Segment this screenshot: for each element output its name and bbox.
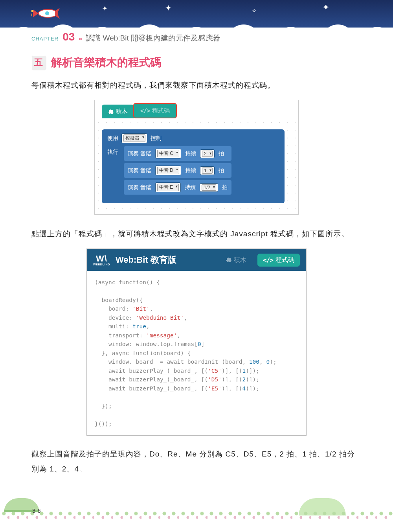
- code-editor-screenshot: W\ WEBDUINO Web:Bit 教育版 積木 </> 程式碼 (asyn…: [86, 249, 307, 436]
- code-listing: (async function() { boardReady({ board: …: [87, 271, 306, 435]
- puzzle-icon: [226, 257, 231, 263]
- code-editor-header: W\ WEBDUINO Web:Bit 教育版 積木 </> 程式碼: [87, 249, 306, 271]
- duration-label: 持續: [185, 150, 196, 157]
- chapter-title: 認識 Web:Bit 開發板內建的元件及感應器: [86, 33, 220, 43]
- duration-label: 持續: [185, 167, 196, 174]
- code-icon: </>: [263, 256, 273, 264]
- play-note-block[interactable]: 演奏 音階 中音 E 持續 1/2 拍: [124, 180, 231, 195]
- tab-code[interactable]: </> 程式碼: [257, 254, 300, 267]
- tab-code-label: 程式碼: [275, 256, 294, 264]
- tab-blocks-label: 積木: [116, 108, 128, 115]
- label-run: 執行: [107, 146, 118, 156]
- play-label: 演奏 音階: [128, 150, 151, 157]
- svg-point-3: [31, 13, 32, 17]
- play-label: 演奏 音階: [128, 184, 151, 191]
- app-title: Web:Bit 教育版: [116, 254, 176, 266]
- paragraph: 觀察上圖音階及拍子的呈現內容，Do、Re、Me 分別為 C5、D5、E5，2 拍…: [31, 447, 362, 477]
- beat-dropdown[interactable]: 1: [202, 168, 213, 174]
- puzzle-icon: [108, 109, 114, 114]
- paragraph: 點選上方的「程式碼」，就可將積木程式改為文字模式的 Javascript 程式碼…: [31, 226, 362, 241]
- beat-dropdown[interactable]: 1/2: [202, 184, 216, 191]
- beat-label: 拍: [219, 167, 224, 174]
- tab-blocks[interactable]: 積木: [220, 254, 252, 267]
- note-dropdown[interactable]: 中音 D: [157, 167, 179, 174]
- play-note-block[interactable]: 演奏 音階 中音 C 持續 2 拍: [124, 146, 231, 161]
- code-icon: </>: [140, 107, 150, 114]
- svg-point-1: [45, 11, 49, 15]
- device-dropdown[interactable]: 模擬器: [123, 134, 145, 142]
- section-title: 解析音樂積木的程式碼: [51, 55, 161, 70]
- note-dropdown[interactable]: 中音 E: [157, 184, 179, 191]
- beat-label: 拍: [219, 150, 224, 157]
- beat-dropdown[interactable]: 2: [202, 151, 213, 157]
- paragraph: 每個積木程式都有相對的程式碼，我們來觀察下面積木程式的程式碼。: [31, 78, 362, 93]
- tab-blocks[interactable]: 積木: [102, 105, 134, 118]
- play-label: 演奏 音階: [128, 167, 151, 174]
- tab-blocks-label: 積木: [234, 256, 246, 264]
- label-control: 控制: [151, 135, 162, 142]
- tab-code[interactable]: </> 程式碼: [133, 103, 177, 118]
- chevron-right-icon: ›››: [79, 35, 82, 42]
- chapter-number: 03: [62, 31, 75, 43]
- control-block[interactable]: 使用 模擬器 控制 執行 演奏 音階 中音 C 持續 2 拍: [102, 129, 285, 203]
- note-dropdown[interactable]: 中音 C: [157, 150, 179, 157]
- section-header: 五 解析音樂積木的程式碼: [31, 55, 362, 70]
- page-footer-decoration: [0, 493, 393, 520]
- block-editor-screenshot: 積木 </> 程式碼 使用 模擬器 控制 執行 演奏 音階: [94, 100, 299, 215]
- beat-label: 拍: [222, 184, 228, 191]
- duration-label: 持續: [185, 184, 196, 191]
- chapter-label: CHAPTER: [31, 36, 59, 42]
- play-note-block[interactable]: 演奏 音階 中音 D 持續 1 拍: [124, 163, 231, 178]
- dots-decoration: [0, 515, 393, 520]
- block-canvas: 使用 模擬器 控制 執行 演奏 音階 中音 C 持續 2 拍: [95, 118, 298, 214]
- section-number-badge: 五: [31, 55, 46, 70]
- chapter-header: CHAPTER 03 ››› 認識 Web:Bit 開發板內建的元件及感應器: [31, 31, 220, 43]
- tab-code-label: 程式碼: [152, 107, 170, 114]
- label-use: 使用: [107, 135, 118, 142]
- page-number: 3-6: [32, 507, 41, 514]
- webduino-logo: W\ WEBDUINO: [93, 254, 110, 266]
- rocket-icon: [31, 4, 63, 24]
